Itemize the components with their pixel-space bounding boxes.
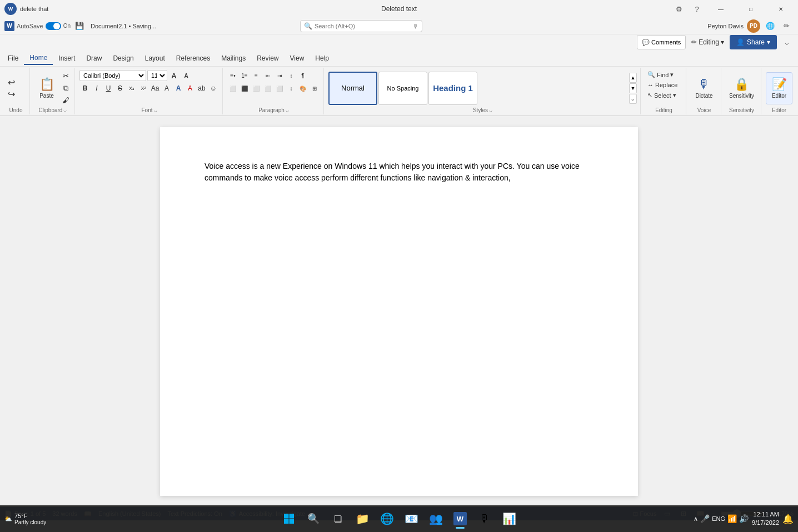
- clipboard-launcher-icon[interactable]: ⌵: [63, 107, 67, 113]
- minimize-button[interactable]: —: [708, 0, 734, 18]
- tab-help[interactable]: Help: [310, 52, 335, 64]
- document-page[interactable]: Voice access is a new Experience on Wind…: [160, 127, 638, 496]
- tab-insert[interactable]: Insert: [53, 52, 81, 64]
- para-launcher-icon[interactable]: ⌵: [286, 107, 289, 113]
- strikethrough-button[interactable]: S: [114, 83, 126, 94]
- subscript-button[interactable]: X₂: [126, 83, 137, 94]
- taskbar-app-edge[interactable]: 🌐: [376, 508, 398, 530]
- font-family-select[interactable]: Calibri (Body): [79, 70, 146, 81]
- select-button[interactable]: ↖ Select ▾: [645, 91, 679, 100]
- tab-design[interactable]: Design: [107, 52, 139, 64]
- undo-button[interactable]: ↩: [6, 77, 17, 88]
- bullets-button[interactable]: ≡•: [227, 70, 238, 81]
- task-view-button[interactable]: ❏: [327, 508, 349, 530]
- underline-button[interactable]: U: [103, 83, 114, 94]
- align-right-button[interactable]: ⬜: [251, 83, 262, 94]
- globe-icon[interactable]: 🌐: [764, 19, 777, 33]
- clear-format-button[interactable]: A: [161, 83, 172, 94]
- wifi-icon[interactable]: 📶: [727, 514, 737, 523]
- bold-button[interactable]: B: [79, 83, 91, 94]
- line-spacing-button[interactable]: ↕: [286, 83, 297, 94]
- editing-mode-button[interactable]: ✏ Editing ▾: [689, 37, 726, 47]
- style-normal[interactable]: Normal: [328, 72, 377, 105]
- show-para-button[interactable]: ¶: [297, 70, 308, 81]
- tab-layout[interactable]: Layout: [139, 52, 171, 64]
- editor-button[interactable]: 📝 Editor: [766, 72, 792, 104]
- styles-launcher-icon[interactable]: ⌵: [489, 107, 492, 113]
- change-case-button[interactable]: Aa: [149, 83, 161, 94]
- find-button[interactable]: 🔍 Find ▾: [645, 70, 676, 79]
- highlight-button[interactable]: ab: [196, 83, 207, 94]
- justify-button[interactable]: ⬜: [262, 83, 273, 94]
- volume-icon[interactable]: 🔊: [739, 514, 749, 523]
- comments-button[interactable]: 💬 Comments: [637, 35, 686, 49]
- gallery-scroll-up[interactable]: ▲: [629, 73, 637, 83]
- autosave-toggle[interactable]: [46, 22, 61, 30]
- search-box[interactable]: 🔍 🎙: [300, 20, 422, 32]
- taskbar-app-explorer[interactable]: 📁: [351, 508, 373, 530]
- tab-draw[interactable]: Draw: [81, 52, 107, 64]
- text-effects-button[interactable]: A: [173, 83, 184, 94]
- columns-button[interactable]: ⬜: [274, 83, 285, 94]
- tab-mailings[interactable]: Mailings: [216, 52, 251, 64]
- start-button[interactable]: [278, 508, 300, 530]
- cut-button[interactable]: ✂: [60, 71, 71, 82]
- shrink-font-button[interactable]: A: [181, 70, 192, 81]
- shading-button[interactable]: 🎨: [297, 83, 308, 94]
- increase-indent-button[interactable]: ⇥: [274, 70, 285, 81]
- share-button[interactable]: 👤 Share ▾: [730, 35, 777, 49]
- taskbar-app-voice[interactable]: 🎙: [473, 508, 496, 530]
- gallery-expand[interactable]: ⌵: [629, 94, 637, 104]
- grow-font-button[interactable]: A: [168, 70, 179, 81]
- tab-review[interactable]: Review: [251, 52, 284, 64]
- font-color-button[interactable]: A: [184, 83, 196, 94]
- taskbar-app-outlook[interactable]: 📧: [400, 508, 422, 530]
- paste-button[interactable]: 📋 Paste: [34, 72, 59, 104]
- numbering-button[interactable]: 1≡: [239, 70, 250, 81]
- save-icon[interactable]: 💾: [73, 19, 86, 33]
- borders-button[interactable]: ⊞: [309, 83, 320, 94]
- system-clock[interactable]: 12:11 AM 9/17/2022: [752, 510, 779, 528]
- dictate-button[interactable]: 🎙 Dictate: [691, 72, 717, 104]
- sort-button[interactable]: ↕: [286, 70, 297, 81]
- tab-file[interactable]: File: [2, 52, 24, 64]
- style-heading1[interactable]: Heading 1: [428, 72, 477, 105]
- taskbar-app-extra[interactable]: 📊: [498, 508, 520, 530]
- search-input[interactable]: [315, 23, 410, 29]
- language-indicator[interactable]: ENG: [712, 515, 725, 522]
- replace-button[interactable]: ↔ Replace: [645, 81, 680, 89]
- taskbar-app-teams[interactable]: 👥: [425, 508, 447, 530]
- format-painter-button[interactable]: 🖌: [60, 95, 71, 106]
- superscript-button[interactable]: X²: [138, 83, 149, 94]
- taskbar-app-word[interactable]: W: [449, 508, 471, 530]
- sensitivity-button[interactable]: 🔒 Sensitivity: [726, 72, 757, 104]
- document-text[interactable]: Voice access is a new Experience on Wind…: [205, 160, 593, 184]
- decrease-indent-button[interactable]: ⇤: [262, 70, 273, 81]
- tab-home[interactable]: Home: [24, 52, 53, 65]
- multilevel-button[interactable]: ≡: [251, 70, 262, 81]
- redo-button[interactable]: ↪: [6, 88, 17, 99]
- font-launcher-icon[interactable]: ⌵: [154, 107, 157, 113]
- settings-button[interactable]: ⚙: [672, 2, 686, 16]
- user-avatar[interactable]: PD: [747, 19, 760, 33]
- close-button[interactable]: ✕: [768, 0, 794, 18]
- search-button[interactable]: 🔍: [302, 508, 325, 530]
- microphone-tray-icon[interactable]: 🎤: [700, 514, 710, 523]
- italic-button[interactable]: I: [91, 83, 102, 94]
- tab-view[interactable]: View: [285, 52, 310, 64]
- align-center-button[interactable]: ⬛: [239, 83, 250, 94]
- font-size-select[interactable]: 11: [147, 70, 167, 81]
- ribbon-collapse-icon[interactable]: ⌵: [780, 36, 794, 49]
- maximize-button[interactable]: □: [738, 0, 764, 18]
- align-left-button[interactable]: ⬜: [227, 83, 238, 94]
- copy-button[interactable]: ⧉: [60, 83, 71, 94]
- weather-widget[interactable]: ⛅ 75°F Partly cloudy: [4, 513, 46, 525]
- pen-icon[interactable]: ✏: [780, 19, 794, 33]
- notification-icon[interactable]: 🔔: [782, 514, 794, 524]
- tray-up-icon[interactable]: ∧: [694, 515, 698, 523]
- style-no-spacing[interactable]: No Spacing: [378, 72, 427, 105]
- tab-references[interactable]: References: [171, 52, 216, 64]
- help-button[interactable]: ?: [690, 2, 704, 16]
- emoticon-button[interactable]: ☺: [208, 83, 219, 94]
- gallery-scroll-down[interactable]: ▼: [629, 83, 637, 93]
